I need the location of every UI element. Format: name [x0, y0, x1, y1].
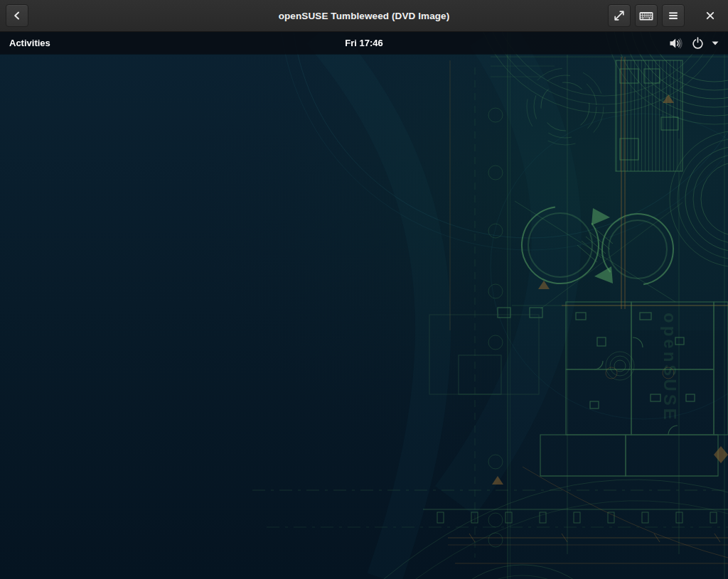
shell-top-bar: Activities Fri 17:46	[0, 32, 728, 54]
keyboard-button[interactable]	[635, 4, 658, 27]
fullscreen-expand-icon	[613, 9, 626, 22]
titlebar-actions	[608, 4, 722, 27]
clock[interactable]: Fri 17:46	[0, 38, 728, 48]
close-button[interactable]	[699, 4, 722, 27]
chevron-left-icon	[11, 9, 23, 22]
window-titlebar: openSUSE Tumbleweed (DVD Image)	[0, 0, 728, 32]
wallpaper-watermark: openSUSE	[660, 313, 680, 423]
menu-button[interactable]	[662, 4, 685, 27]
fullscreen-button[interactable]	[608, 4, 631, 27]
keyboard-icon	[639, 10, 653, 22]
back-button[interactable]	[6, 4, 28, 27]
boxes-window: openSUSE Tumbleweed (DVD Image)	[0, 0, 728, 579]
hamburger-menu-icon	[667, 9, 680, 22]
wallpaper-wall-hatch	[616, 60, 682, 171]
wallpaper-blueprint: openSUSE	[0, 32, 728, 579]
desktop: openSUSE Activities Fri 17:46	[0, 32, 728, 579]
close-icon	[705, 11, 715, 21]
